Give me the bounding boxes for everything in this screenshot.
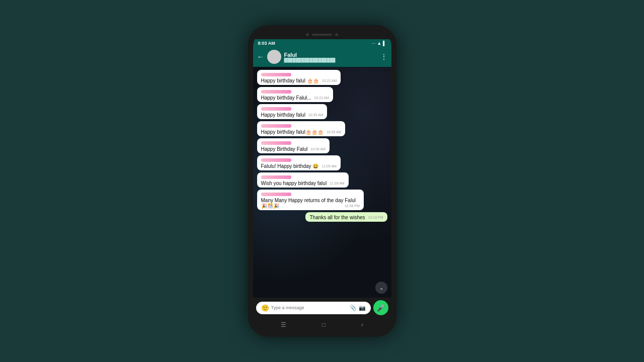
- received-bubble: Falulu! Happy birthday 😀 11:05 AM: [257, 155, 341, 170]
- message-time: 12:09 PM: [345, 204, 360, 208]
- received-bubble: Many Many Happy returns of the day Falul…: [257, 190, 364, 210]
- message-time: 10:35 AM: [327, 130, 342, 134]
- phone-device: 8:03 AM ··· ▲ ▌ ← Falul ████████████████…: [248, 25, 396, 337]
- received-bubble: Happy birthday falul 🎂🎂 10:22 AM: [257, 70, 341, 85]
- message-wrapper: Happy birthday falul 10:35 AM: [257, 104, 328, 119]
- status-icons: ··· ▲ ▌: [372, 41, 386, 46]
- wifi-icon: ▲: [377, 41, 381, 46]
- message-time: 10:22 AM: [322, 79, 337, 82]
- sender-name: [261, 141, 326, 145]
- message-time: 11:39 AM: [330, 182, 345, 185]
- message-time: 12:14 PM: [368, 216, 383, 219]
- received-bubble: Wish you happy birthday falul 11:39 AM: [257, 172, 349, 188]
- message-time: 10:22 AM: [314, 96, 330, 100]
- back-button[interactable]: ←: [257, 53, 264, 61]
- received-bubble: Happy birthday falul 10:35 AM: [257, 104, 328, 119]
- received-bubble: Happy Birthday Falul 10:36 AM: [257, 138, 330, 153]
- sender-name: [261, 124, 342, 128]
- nav-back-icon[interactable]: ‹: [361, 321, 363, 328]
- attach-button[interactable]: 📎: [350, 305, 357, 311]
- message-input-box[interactable]: 🙂 📎 📷: [256, 302, 371, 314]
- message-wrapper: Many Many Happy returns of the day Falul…: [257, 190, 364, 210]
- speaker: [312, 34, 332, 36]
- contact-status: ██████████████████: [284, 58, 377, 62]
- message-time: 10:35 AM: [308, 113, 324, 117]
- message-time: 10:36 AM: [310, 147, 326, 151]
- nav-home-icon[interactable]: □: [322, 321, 326, 328]
- nav-menu-icon[interactable]: ☰: [281, 321, 286, 328]
- sender-name: [261, 89, 330, 94]
- sender-name: [261, 158, 337, 162]
- signal-icon: ▌: [383, 41, 386, 46]
- message-wrapper: Happy birthday Falul... 10:22 AM: [257, 87, 334, 102]
- mic-button[interactable]: 🎤: [373, 300, 388, 315]
- chat-area[interactable]: Happy birthday falul 🎂🎂 10:22 AMHappy bi…: [253, 67, 391, 298]
- scroll-down-button[interactable]: ⌄: [375, 282, 387, 294]
- message-wrapper: Happy birthday falul 🎂🎂 10:22 AM: [257, 70, 341, 85]
- front-camera: [306, 33, 309, 36]
- sender-name: [261, 192, 360, 197]
- message-time: 11:05 AM: [321, 164, 337, 168]
- message-input[interactable]: [271, 305, 348, 310]
- chat-header: ← Falul ██████████████████ ⋮: [253, 47, 391, 67]
- sender-name: [261, 72, 337, 77]
- received-bubble: Happy birthday Falul... 10:22 AM: [257, 87, 334, 102]
- sent-bubble: Thanks all for the wishes 12:14 PM: [305, 212, 387, 222]
- contact-name: Falul: [284, 52, 377, 58]
- message-wrapper: Happy Birthday Falul 10:36 AM: [257, 138, 330, 153]
- phone-notch: [253, 30, 391, 39]
- navigation-bar: ☰ □ ‹: [253, 318, 391, 332]
- message-wrapper: Falulu! Happy birthday 😀 11:05 AM: [257, 155, 341, 170]
- contact-avatar: [267, 50, 281, 64]
- more-icon: ···: [372, 41, 376, 46]
- menu-button[interactable]: ⋮: [380, 53, 387, 61]
- message-wrapper: Wish you happy birthday falul 11:39 AM: [257, 172, 349, 188]
- message-wrapper: Happy birthday falul🎂🎂🎂 10:35 AM: [257, 121, 346, 136]
- contact-info: Falul ██████████████████: [284, 52, 377, 62]
- phone-screen: 8:03 AM ··· ▲ ▌ ← Falul ████████████████…: [253, 30, 391, 332]
- sender-name: [261, 175, 345, 179]
- front-sensor: [335, 33, 338, 36]
- sender-name: [261, 107, 324, 111]
- camera-button[interactable]: 📷: [359, 305, 366, 311]
- message-wrapper: Thanks all for the wishes 12:14 PM: [305, 212, 387, 222]
- received-bubble: Happy birthday falul🎂🎂🎂 10:35 AM: [257, 121, 346, 136]
- emoji-button[interactable]: 🙂: [261, 304, 269, 312]
- status-bar: 8:03 AM ··· ▲ ▌: [253, 39, 391, 47]
- status-time: 8:03 AM: [258, 41, 275, 46]
- message-input-area: 🙂 📎 📷 🎤: [253, 298, 391, 318]
